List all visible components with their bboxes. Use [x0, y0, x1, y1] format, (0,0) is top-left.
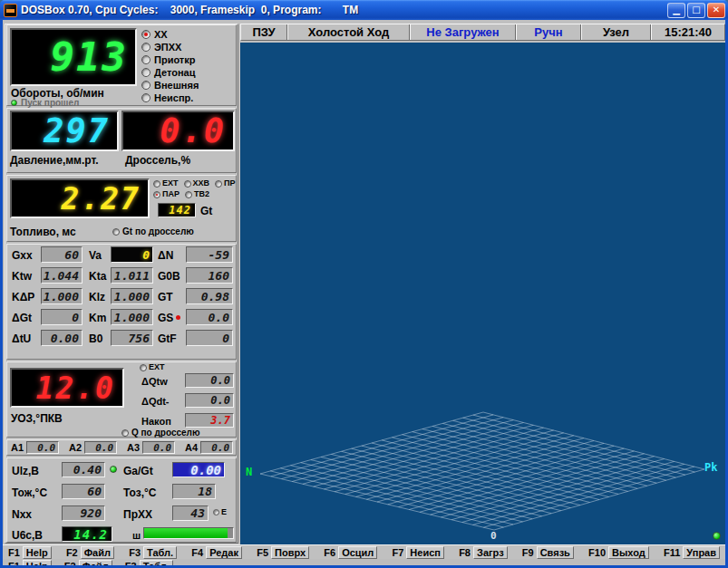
ubc-label: U6c,B	[12, 530, 43, 542]
param-label: ΔtU	[12, 333, 31, 345]
param-value: 60	[41, 246, 83, 263]
param-label: GT	[158, 292, 173, 303]
mode-epxx[interactable]: ЭПХХ	[141, 41, 199, 53]
dosbox-window: DOSBox 0.70, Cpu Cycles: 3000, Frameskip…	[0, 0, 728, 568]
gagt-label: Ga/Gt	[123, 466, 153, 477]
start-status-label: Пуск прошел	[21, 98, 79, 108]
status-menu-bar: ПЗУ Холостой Ход Не Загружен Ручн Узел 1…	[240, 24, 725, 41]
minimize-icon: ▁	[673, 5, 680, 14]
fuel-section: 2.27 EXT XXB ПР	[6, 175, 237, 242]
menu-item-not-loaded[interactable]: Не Загружен	[411, 24, 515, 40]
mode-priotkr[interactable]: Приоткр	[141, 53, 199, 66]
rpm-section: 913 Обороты, об/мин Пуск прошел XX ЭПХХ	[6, 24, 237, 106]
function-key-bar: F1Help F2Файл F3Табл. F4Редак F5Поврх F6…	[3, 544, 725, 559]
ulz-led-icon	[110, 466, 117, 473]
fkey-f3[interactable]: F3Табл.	[129, 546, 177, 559]
e-mode[interactable]: E	[213, 508, 227, 517]
mode-detonac[interactable]: Детонац	[141, 66, 199, 79]
gt-display: 142	[158, 203, 196, 217]
fkey-f8[interactable]: F8Загрз	[459, 546, 507, 559]
minimize-button[interactable]: ▁	[667, 3, 685, 18]
fkey-f11[interactable]: F11Управ	[664, 546, 720, 559]
mode-vneshnyaya[interactable]: Внешняя	[141, 79, 199, 91]
adc-a3: A3 0.0	[127, 441, 175, 454]
param-label: Ktw	[12, 271, 32, 283]
dqdt-label: ΔQdt-	[141, 396, 170, 407]
mode-neispr[interactable]: Неиспр.	[141, 91, 199, 104]
fkey-f4[interactable]: F4Редак	[191, 546, 242, 559]
param-value: 1.044	[41, 267, 83, 284]
param-label: GtF	[158, 333, 177, 345]
bar-label: ш	[132, 530, 141, 541]
adc-a1: A1 0.0	[11, 441, 59, 454]
ignition-ext-mode[interactable]: EXT	[140, 363, 165, 372]
wireframe-mesh	[240, 43, 725, 544]
fkey-f9[interactable]: F9Связь	[522, 546, 574, 559]
bottom-clipped-row: F1Help F2Файл F3Табл.	[3, 559, 725, 565]
param-value: 0	[186, 330, 233, 346]
gt-label: Gt	[200, 206, 212, 217]
instrument-panel: 913 Обороты, об/мин Пуск прошел XX ЭПХХ	[5, 24, 238, 544]
param-label: Kta	[89, 271, 106, 283]
maximize-button[interactable]: □	[687, 3, 705, 18]
menu-item-manual[interactable]: Ручн	[517, 24, 580, 40]
radio-icon	[141, 43, 150, 52]
axis-n-label: N	[246, 467, 252, 477]
fkey-f6[interactable]: F6Осцил	[324, 546, 377, 559]
start-status: Пуск прошел	[11, 98, 79, 108]
mode-par[interactable]: ПАР	[153, 190, 180, 199]
maximize-icon: □	[692, 5, 700, 14]
fkey-f5[interactable]: F5Поврх	[257, 546, 309, 559]
param-value: 0.0	[186, 309, 233, 325]
radio-icon	[121, 429, 129, 437]
menu-item-idle[interactable]: Холостой Ход	[288, 24, 409, 40]
fkey-f10[interactable]: F10Выход	[588, 546, 649, 559]
param-label: GS	[158, 313, 173, 324]
toz-value: 18	[172, 484, 216, 499]
radio-icon	[215, 180, 222, 188]
clock: 15:21:40	[652, 24, 724, 40]
tozh-label: Тож,°С	[12, 487, 47, 499]
params-section: Gxx 60 Va 0 ΔN -59 Ktw 1.044 Kta 1.011 G…	[6, 244, 237, 360]
menu-item-node[interactable]: Узел	[582, 24, 650, 40]
fuel-display: 2.27	[10, 178, 150, 218]
radio-icon	[141, 68, 150, 77]
fkey-f7[interactable]: F7Неисп	[393, 546, 444, 559]
mode-ext[interactable]: EXT	[153, 179, 179, 188]
fuel-mode-row-1: EXT XXB ПР	[153, 179, 236, 188]
surface-plot: N Pk 0	[240, 43, 725, 544]
param-value: -59	[186, 246, 233, 263]
titlebar[interactable]: DOSBox 0.70, Cpu Cycles: 3000, Frameskip…	[0, 0, 728, 20]
gt-throttle-mode[interactable]: Gt по дросселю	[112, 226, 194, 236]
axis-pk-label: Pk	[704, 462, 717, 473]
mode-tv2[interactable]: ТВ2	[185, 190, 209, 199]
param-value: 1.000	[41, 288, 83, 304]
prxx-label: ПрХХ	[123, 509, 152, 521]
engine-mode-radios: XX ЭПХХ Приоткр Детонац	[141, 28, 199, 104]
ignition-display: 12.0	[10, 368, 124, 408]
close-icon: ✕	[713, 5, 720, 14]
ubc-display: 14.2	[62, 526, 112, 542]
status-led-icon	[713, 532, 721, 540]
radio-icon	[184, 180, 191, 188]
adc-section: A1 0.0 A2 0.0 A3 0.0 A4 0.0	[6, 439, 237, 456]
param-label: ΔN	[158, 250, 173, 262]
param-label: B0	[89, 333, 102, 345]
mode-xx[interactable]: XX	[141, 28, 199, 41]
mode-xxb[interactable]: XXB	[184, 179, 210, 188]
start-led-icon	[11, 100, 17, 106]
mode-pr[interactable]: ПР	[215, 179, 235, 188]
close-button[interactable]: ✕	[707, 3, 725, 18]
param-label: Gxx	[12, 250, 33, 262]
radio-icon	[185, 191, 192, 198]
q-throttle-mode[interactable]: Q по дросселю	[121, 428, 200, 438]
fkey-f2[interactable]: F2Файл	[66, 546, 114, 559]
dos-screen: 913 Обороты, об/мин Пуск прошел XX ЭПХХ	[3, 20, 725, 565]
window-title: DOSBox 0.70, Cpu Cycles: 3000, Frameskip…	[21, 4, 667, 16]
menu-item-pzu[interactable]: ПЗУ	[241, 24, 286, 40]
param-label: Va	[89, 250, 102, 262]
param-value: 1.000	[111, 288, 153, 304]
param-value: 756	[111, 330, 153, 346]
dosbox-icon	[4, 4, 17, 17]
fkey-f1[interactable]: F1Help	[8, 546, 52, 559]
